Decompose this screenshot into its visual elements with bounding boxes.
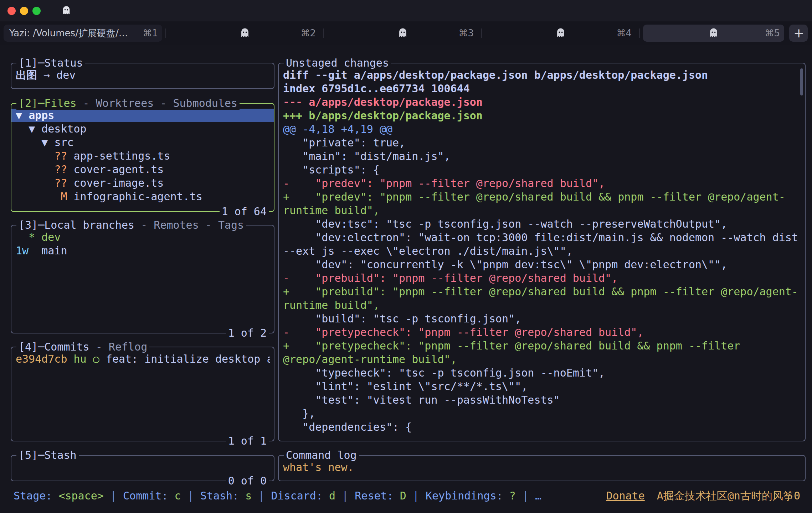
keybinding-hint-key: <space> [58,489,103,502]
diff-line: "dev:electron": "wait-on tcp:3000 file:d… [283,231,800,258]
panel-title: Unstaged changes [284,56,391,70]
keybinding-hint-label: Reset: [355,489,400,502]
scrollbar[interactable] [800,68,803,95]
file-status-mark: M [54,190,73,203]
titlebar [0,0,812,21]
keybinding-hint-key: D [400,489,406,502]
more-ellipsis: … [535,489,541,502]
plus-icon: + [793,27,804,40]
diff-line: "dev": "concurrently -k \"pnpm dev:tsc\"… [283,258,800,271]
dir-name: desktop [41,123,86,135]
diff-line: "private": true, [283,136,800,150]
diff-line: "lint": "eslint \"src/**/*.ts\"", [283,380,800,393]
diff-line: "dependencies": { [283,420,800,434]
commit-row[interactable]: e394d7cb hu ○ feat: initialize desktop a [16,352,270,366]
minimize-button[interactable] [20,7,28,15]
ghost-icon [397,27,409,39]
branch-name: dev [41,231,61,243]
indent [16,150,54,162]
panel-files[interactable]: [2]─Files - Worktrees - Submodules ▼ app… [11,103,274,212]
panel-unstaged-changes[interactable]: Unstaged changes diff --git a/apps/deskt… [278,63,806,441]
indent [16,177,54,189]
list-position: 1 of 2 [226,326,269,340]
file-name: cover-agent.ts [74,163,164,176]
terminal-window: Yazi: /Volumes/扩展硬盘/出图 ⌘1 ⌘2 ⌘3 ⌘4 ⌘5 + [0,0,812,513]
tab-title: Yazi: /Volumes/扩展硬盘/出图 [9,27,134,40]
expand-arrow-icon: ▼ [41,136,54,149]
expand-arrow-icon: ▼ [29,123,41,135]
separator: | [516,489,535,502]
keybinding-hint-label: Commit: [123,489,175,502]
commit-message: feat: initialize desktop a [106,353,270,365]
panel-title: [4]─Commits - Reflog [16,340,149,354]
indent [16,136,41,149]
panel-status[interactable]: [1]─Status 出图 → dev [11,63,274,89]
separator: | [335,489,355,502]
panel-commits[interactable]: [4]─Commits - Reflog e394d7cb hu ○ feat:… [11,347,274,441]
branch-age: 1w [16,244,41,257]
close-button[interactable] [7,7,16,15]
branch-row[interactable]: 1w main [16,244,270,258]
file-status-mark: ?? [54,150,73,162]
panel-stash[interactable]: [5]─Stash 0 of 0 [11,455,274,481]
panel-title: Command log [284,449,359,462]
donate-link[interactable]: Donate [606,489,644,503]
tab-shortcut: ⌘3 [458,28,474,38]
diff-line: "typecheck": "tsc -p tsconfig.json --noE… [283,366,800,380]
file-row[interactable]: ▼ src [11,136,274,149]
dir-name: apps [29,109,54,121]
separator: | [104,489,123,502]
keybinding-hint-label: Discard: [271,489,329,502]
zoom-button[interactable] [32,7,41,15]
app-ghost-icon [61,5,72,16]
panel-branches[interactable]: [3]─Local branches - Remotes - Tags * de… [11,225,274,333]
diff-line: "test": "vitest run --passWithNoTests" [283,393,800,407]
diff-line: + "predev": "pnpm --filter @repo/shared … [283,190,800,217]
file-row[interactable]: M infographic-agent.ts [11,190,274,203]
tab-2[interactable]: ⌘2 [166,21,324,45]
watermark-text: A掘金技术社区@n古时的风筝0 [657,489,800,503]
ghost-icon [239,27,251,39]
keybinding-hint-key: d [329,489,335,502]
indent [16,231,29,243]
commit-author: hu [74,353,87,365]
keybinding-hint-key: s [245,489,252,502]
tab-shortcut: ⌘5 [765,28,780,38]
diff-line: + "pretypecheck": "pnpm --filter @repo/s… [283,339,800,366]
file-row[interactable]: ▼ desktop [11,122,274,136]
keybinding-hint-key: c [175,489,181,502]
file-row[interactable]: ?? cover-image.ts [11,176,274,190]
diff-line: +++ b/apps/desktop/package.json [283,109,800,123]
tab-shortcut: ⌘4 [616,28,632,38]
arrow-icon: → [37,69,56,81]
file-row[interactable]: ?? app-settings.ts [11,149,274,163]
diff-line: }, [283,407,800,420]
diff-line: "build": "tsc -p tsconfig.json", [283,312,800,326]
repo-name: 出图 [16,69,37,81]
diff-line: "main": "dist/main.js", [283,150,800,163]
tab-3[interactable]: ⌘3 [324,21,482,45]
dir-name: src [54,136,73,149]
new-tab-button[interactable]: + [788,21,809,45]
separator: | [406,489,426,502]
file-status-mark: ?? [54,163,73,176]
list-position: 0 of 0 [226,474,269,488]
keybinding-hint-key: ? [509,489,516,502]
panel-title: [3]─Local branches - Remotes - Tags [16,218,246,232]
panel-title: [5]─Stash [16,449,79,462]
branch-name: main [41,244,67,257]
file-row[interactable]: ?? cover-agent.ts [11,163,274,176]
tab-1[interactable]: Yazi: /Volumes/扩展硬盘/出图 ⌘1 [0,21,166,45]
command-log-line: what's new. [283,461,801,474]
panel-command-log[interactable]: Command log what's new. [278,455,806,481]
lazygit-screen: [1]─Status 出图 → dev [2]─Files - Worktree… [0,45,812,513]
branch-row[interactable]: * dev [16,230,270,244]
diff-line: - "pretypecheck": "pnpm --filter @repo/s… [283,326,800,339]
list-position: 1 of 64 [220,205,269,218]
tab-5-active[interactable]: ⌘5 [639,21,788,45]
ghost-icon [708,27,720,39]
file-name: app-settings.ts [74,150,170,162]
commit-graph-icon: ○ [93,353,99,365]
file-row-selected[interactable]: ▼ apps [11,109,274,122]
tab-4[interactable]: ⌘4 [482,21,639,45]
